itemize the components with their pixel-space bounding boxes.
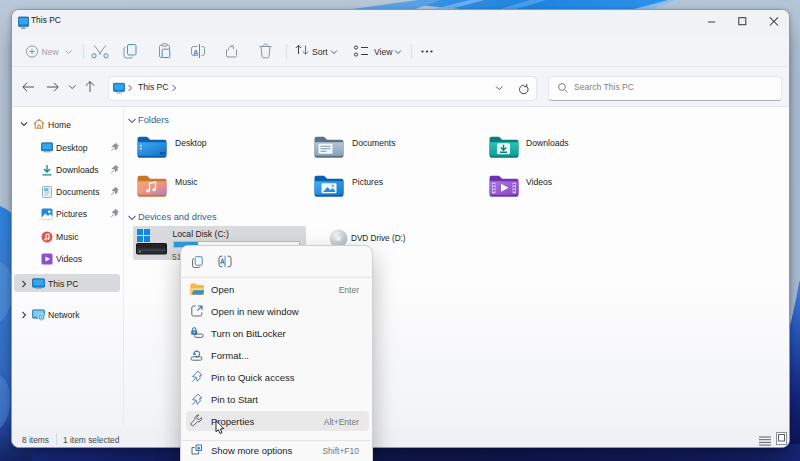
svg-text:New: New xyxy=(42,47,60,57)
svg-text:A: A xyxy=(193,48,199,57)
svg-text:Sort: Sort xyxy=(312,47,328,57)
svg-text:View: View xyxy=(374,47,393,57)
